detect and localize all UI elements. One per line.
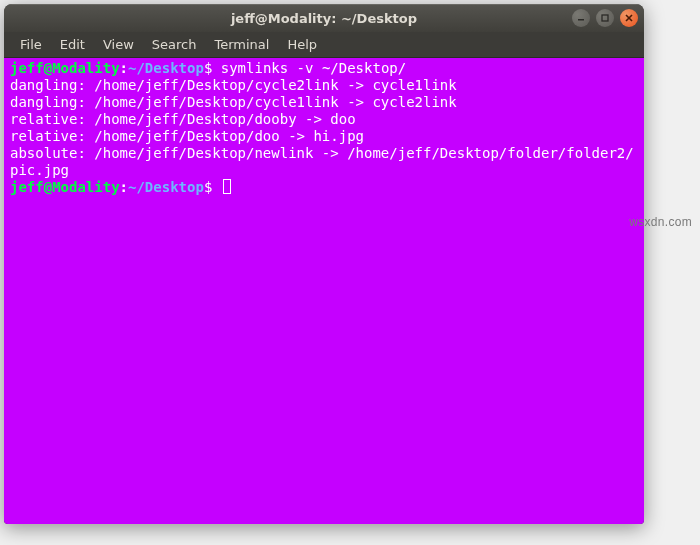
- svg-rect-0: [578, 19, 584, 21]
- prompt-colon: :: [120, 60, 128, 76]
- prompt-dollar: $: [204, 179, 221, 195]
- menu-help[interactable]: Help: [279, 35, 325, 54]
- close-button[interactable]: [620, 9, 638, 27]
- prompt-user: jeff@Modality: [10, 179, 120, 195]
- output-line: dangling: /home/jeff/Desktop/cycle2link …: [10, 77, 457, 93]
- output-line: dangling: /home/jeff/Desktop/cycle1link …: [10, 94, 457, 110]
- output-line: relative: /home/jeff/Desktop/doo -> hi.j…: [10, 128, 364, 144]
- cursor: [223, 179, 231, 194]
- minimize-button[interactable]: [572, 9, 590, 27]
- menubar: File Edit View Search Terminal Help: [4, 32, 644, 58]
- menu-edit[interactable]: Edit: [52, 35, 93, 54]
- menu-file[interactable]: File: [12, 35, 50, 54]
- prompt-path: ~/Desktop: [128, 60, 204, 76]
- menu-terminal[interactable]: Terminal: [206, 35, 277, 54]
- terminal-viewport[interactable]: jeff@Modality:~/Desktop$ symlinks -v ~/D…: [4, 58, 644, 524]
- prompt-dollar: $: [204, 60, 221, 76]
- prompt-path: ~/Desktop: [128, 179, 204, 195]
- maximize-button[interactable]: [596, 9, 614, 27]
- prompt-colon: :: [120, 179, 128, 195]
- window-title: jeff@Modality: ~/Desktop: [231, 11, 417, 26]
- menu-search[interactable]: Search: [144, 35, 205, 54]
- menu-view[interactable]: View: [95, 35, 142, 54]
- watermark: wsxdn.com: [629, 215, 692, 229]
- command-text: symlinks -v ~/Desktop/: [221, 60, 406, 76]
- titlebar[interactable]: jeff@Modality: ~/Desktop: [4, 4, 644, 32]
- svg-rect-1: [602, 15, 608, 21]
- output-line: absolute: /home/jeff/Desktop/newlink -> …: [10, 145, 634, 178]
- terminal-window: jeff@Modality: ~/Desktop File Edit View …: [4, 4, 644, 524]
- output-line: relative: /home/jeff/Desktop/dooby -> do…: [10, 111, 356, 127]
- prompt-user: jeff@Modality: [10, 60, 120, 76]
- window-controls: [572, 9, 638, 27]
